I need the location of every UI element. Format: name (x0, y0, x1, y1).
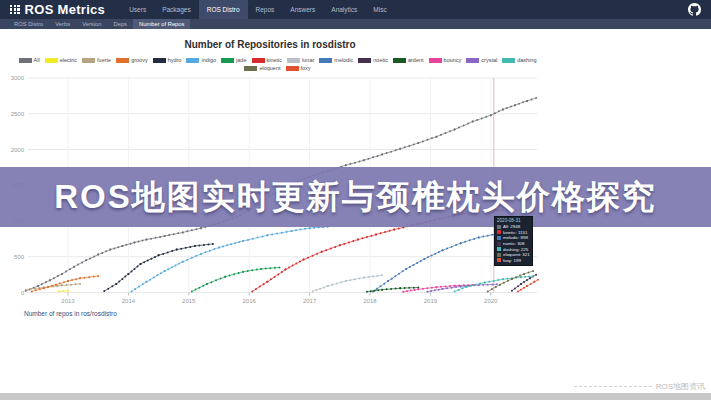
top-header-bar: ROS Metrics UsersPackagesROS DistroRepos… (0, 0, 711, 19)
svg-text:2019: 2019 (424, 298, 438, 304)
svg-text:2016: 2016 (243, 298, 257, 304)
subnav-item-ros-distro[interactable]: ROS Distro (8, 19, 49, 29)
chart-legend: Allelectricfuertegroovyhydroindigojadeki… (5, 57, 550, 71)
legend-label: electric (60, 57, 77, 63)
nav-item-repos[interactable]: Repos (248, 0, 283, 19)
legend-item-foxy[interactable]: foxy (286, 65, 311, 71)
legend-label: foxy (301, 65, 311, 71)
svg-text:2013: 2013 (61, 298, 75, 304)
legend-item-eloquent[interactable]: eloquent (244, 65, 280, 71)
bottom-gray-bar (0, 393, 711, 400)
overlay-banner-text: ROS地图实时更新与颈椎枕头价格探究 (54, 175, 657, 220)
legend-item-dashing[interactable]: dashing (502, 57, 536, 63)
legend-label: hydro (168, 57, 182, 63)
legend-item-noetic[interactable]: noetic (358, 57, 388, 63)
nav-item-users[interactable]: Users (121, 0, 154, 19)
legend-label: fuerte (97, 57, 111, 63)
legend-swatch (45, 58, 58, 63)
legend-swatch (502, 58, 515, 63)
legend-swatch (466, 58, 479, 63)
legend-swatch (252, 58, 265, 63)
svg-text:0: 0 (21, 290, 25, 296)
svg-text:2017: 2017 (303, 298, 317, 304)
legend-label: lunar (302, 57, 314, 63)
subnav-item-version[interactable]: Version (76, 19, 107, 29)
brand[interactable]: ROS Metrics (10, 2, 105, 17)
subnav-item-number-of-repos[interactable]: Number of Repos (133, 19, 190, 29)
legend-swatch (393, 58, 406, 63)
top-nav: UsersPackagesROS DistroReposAnswersAnaly… (121, 0, 395, 19)
svg-text:2015: 2015 (182, 298, 196, 304)
legend-swatch (319, 58, 332, 63)
legend-label: ardent (408, 57, 424, 63)
legend-swatch (429, 58, 442, 63)
nav-item-ros-distro[interactable]: ROS Distro (199, 0, 248, 19)
chart-tooltip: 2020-08-31 All: 2948kinetic: 1151melodic… (494, 216, 533, 266)
legend-label: kinetic (267, 57, 283, 63)
legend-item-hydro[interactable]: hydro (153, 57, 182, 63)
legend-item-melodic[interactable]: melodic (319, 57, 353, 63)
svg-text:500: 500 (14, 254, 25, 260)
overlay-banner: ROS地图实时更新与颈椎枕头价格探究 (0, 167, 711, 227)
legend-swatch (19, 58, 32, 63)
legend-label: jade (236, 57, 246, 63)
tooltip-rows: All: 2948kinetic: 1151melodic: 898noetic… (497, 224, 530, 263)
svg-text:2018: 2018 (363, 298, 377, 304)
legend-swatch (358, 58, 371, 63)
svg-text:2014: 2014 (122, 298, 136, 304)
nav-item-answers[interactable]: Answers (282, 0, 323, 19)
legend-item-bouncy[interactable]: bouncy (429, 57, 462, 63)
legend-label: groovy (131, 57, 148, 63)
github-link[interactable] (688, 3, 701, 16)
legend-item-kinetic[interactable]: kinetic (252, 57, 283, 63)
subnav-item-verbs[interactable]: Verbs (49, 19, 76, 29)
legend-swatch (186, 58, 199, 63)
chart-title: Number of Repositories in rosdistro (0, 39, 540, 50)
legend-label: eloquent (259, 65, 280, 71)
legend-label: All (34, 57, 40, 63)
legend-swatch (286, 66, 299, 71)
brand-title: ROS Metrics (25, 2, 106, 17)
legend-swatch (244, 66, 257, 71)
legend-item-indigo[interactable]: indigo (186, 57, 216, 63)
legend-label: melodic (334, 57, 353, 63)
tooltip-date: 2020-08-31 (497, 218, 530, 223)
legend-item-lunar[interactable]: lunar (287, 57, 314, 63)
legend-item-all[interactable]: All (19, 57, 40, 63)
legend-swatch (82, 58, 95, 63)
legend-item-fuerte[interactable]: fuerte (82, 57, 111, 63)
nav-item-analytics[interactable]: Analytics (323, 0, 365, 19)
watermark-dash (574, 386, 652, 387)
legend-swatch (116, 58, 129, 63)
svg-text:2000: 2000 (11, 147, 25, 153)
legend-item-electric[interactable]: electric (45, 57, 77, 63)
nav-item-packages[interactable]: Packages (154, 0, 199, 19)
legend-label: bouncy (444, 57, 462, 63)
watermark-text: ROS地图资讯 (656, 381, 705, 392)
legend-label: noetic (373, 57, 388, 63)
legend-item-ardent[interactable]: ardent (393, 57, 424, 63)
tooltip-row-foxy: foxy: 199 (497, 258, 530, 264)
svg-text:2020: 2020 (484, 298, 498, 304)
nav-item-misc[interactable]: Misc (365, 0, 394, 19)
chart-caption-link[interactable]: Number of repos in ros/rosdistro (24, 310, 117, 317)
sub-nav-bar: ROS DistroVerbsVersionDepsNumber of Repo… (0, 19, 711, 29)
legend-label: crystal (481, 57, 497, 63)
legend-label: indigo (201, 57, 216, 63)
legend-swatch (153, 58, 166, 63)
app-grid-icon (10, 5, 20, 15)
legend-item-groovy[interactable]: groovy (116, 57, 148, 63)
subnav-item-deps[interactable]: Deps (107, 19, 133, 29)
svg-text:2500: 2500 (11, 111, 25, 117)
legend-swatch (287, 58, 300, 63)
legend-label: dashing (517, 57, 536, 63)
legend-swatch (221, 58, 234, 63)
github-icon (688, 3, 701, 16)
legend-item-jade[interactable]: jade (221, 57, 246, 63)
legend-item-crystal[interactable]: crystal (466, 57, 497, 63)
watermark: ROS地图资讯 (574, 381, 705, 392)
svg-text:3000: 3000 (11, 75, 25, 81)
